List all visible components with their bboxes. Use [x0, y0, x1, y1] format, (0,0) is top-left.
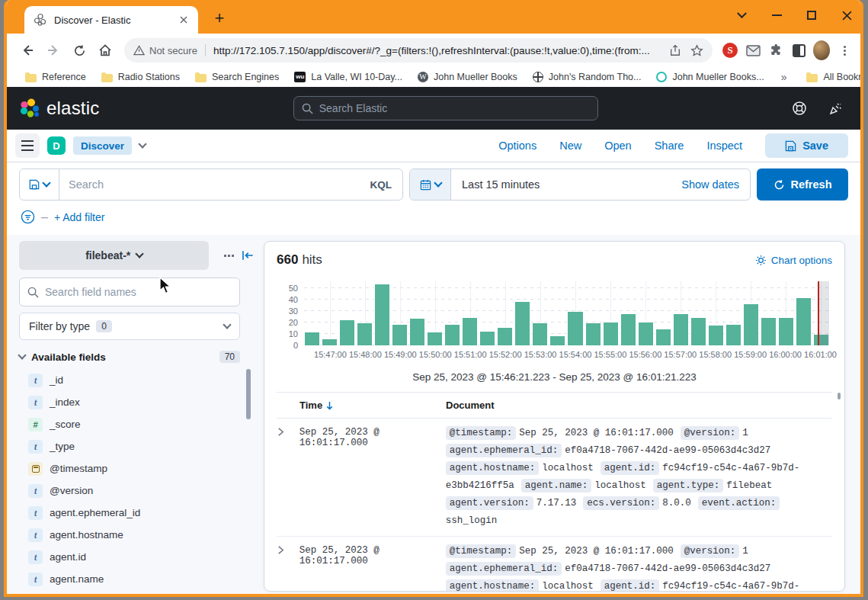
- add-filter-button[interactable]: + Add filter: [54, 211, 105, 223]
- date-picker[interactable]: Last 15 minutes Show dates: [409, 168, 751, 201]
- mail-extension-icon[interactable]: [745, 42, 761, 59]
- field-list-item[interactable]: t_type: [19, 435, 254, 457]
- bookmark-item[interactable]: John's Random Tho...: [525, 72, 649, 82]
- toolbar-link-new[interactable]: New: [559, 140, 581, 152]
- chart-bar[interactable]: [725, 324, 741, 345]
- bookmark-star-icon[interactable]: [690, 44, 703, 57]
- tab-search-icon[interactable]: [735, 9, 748, 21]
- bookmark-item[interactable]: Radio Stations: [94, 72, 187, 82]
- chart-bar[interactable]: [479, 331, 495, 345]
- chart-bar[interactable]: [532, 322, 548, 345]
- column-document[interactable]: Document: [446, 399, 832, 411]
- all-bookmarks-button[interactable]: All Bookmarks: [799, 72, 863, 82]
- forward-icon[interactable]: [43, 40, 63, 60]
- tab-close-icon[interactable]: [177, 13, 191, 27]
- chart-bar[interactable]: [339, 319, 355, 345]
- expand-row-button[interactable]: [277, 425, 299, 530]
- field-list-item[interactable]: tagent.id: [19, 546, 254, 568]
- toolbar-link-open[interactable]: Open: [604, 140, 631, 152]
- chart-bar[interactable]: [409, 318, 425, 345]
- sidebar-scrollbar[interactable]: [246, 369, 251, 419]
- bookmark-item[interactable]: Search Engines: [187, 72, 287, 82]
- chart-bar[interactable]: [444, 324, 460, 345]
- url-text[interactable]: http://172.105.7.150/app/discover#/?_g=(…: [213, 45, 663, 56]
- elastic-search-input[interactable]: Search Elastic: [293, 96, 598, 120]
- share-icon[interactable]: [669, 44, 681, 56]
- chart-bar[interactable]: [392, 324, 408, 345]
- chrome-menu-icon[interactable]: [836, 42, 853, 59]
- chart-plot-area[interactable]: 01020304050: [304, 281, 829, 345]
- help-icon[interactable]: [792, 101, 807, 116]
- chart-bar[interactable]: [357, 322, 373, 345]
- profile-avatar[interactable]: [813, 42, 830, 59]
- field-list-item[interactable]: #_score: [19, 413, 254, 435]
- expand-row-button[interactable]: [277, 543, 299, 592]
- chart-bar[interactable]: [673, 313, 689, 345]
- toolbar-link-options[interactable]: Options: [498, 140, 536, 152]
- chart-bar[interactable]: [374, 284, 390, 345]
- field-search-input[interactable]: Search field names: [19, 278, 240, 306]
- field-list-item[interactable]: t_index: [19, 391, 254, 413]
- chart-bar[interactable]: [638, 322, 654, 345]
- home-icon[interactable]: [95, 40, 115, 60]
- query-input[interactable]: Search KQL: [19, 168, 403, 201]
- elastic-brand[interactable]: elastic: [19, 98, 99, 119]
- query-language-button[interactable]: KQL: [360, 179, 403, 191]
- back-icon[interactable]: [18, 40, 37, 60]
- refresh-button[interactable]: Refresh: [757, 168, 848, 201]
- field-list-item[interactable]: tagent.hostname: [19, 524, 254, 546]
- save-button[interactable]: Save: [765, 133, 848, 158]
- chart-bar[interactable]: [796, 297, 812, 345]
- chart-bar[interactable]: [690, 317, 706, 345]
- show-dates-button[interactable]: Show dates: [671, 178, 750, 191]
- chart-bar[interactable]: [567, 311, 583, 345]
- menu-hamburger-icon[interactable]: [15, 133, 40, 158]
- chart-bar[interactable]: [427, 332, 443, 345]
- reload-icon[interactable]: [69, 40, 89, 60]
- time-range-value[interactable]: Last 15 minutes: [451, 178, 671, 191]
- filter-icon[interactable]: [21, 210, 35, 224]
- security-indicator[interactable]: Not secure: [133, 45, 197, 56]
- table-scrollbar[interactable]: [838, 393, 841, 399]
- chart-bar[interactable]: [778, 317, 794, 345]
- extensions-puzzle-icon[interactable]: [767, 42, 784, 59]
- field-list-item[interactable]: t@version: [19, 480, 254, 502]
- bookmark-item[interactable]: Reference: [18, 72, 94, 82]
- collapse-sidebar-icon[interactable]: [242, 250, 254, 261]
- toolbar-link-inspect[interactable]: Inspect: [706, 140, 742, 152]
- browser-tab[interactable]: Discover - Elastic: [24, 6, 198, 34]
- chart-bar[interactable]: [322, 339, 338, 345]
- available-fields-header[interactable]: Available fields 70: [19, 351, 240, 363]
- maximize-button[interactable]: [806, 9, 818, 21]
- field-list-item[interactable]: tagent.ephemeral_id: [19, 502, 254, 524]
- boxes-horizontal-icon[interactable]: [224, 255, 234, 257]
- bookmark-item[interactable]: wuLa Valle, WI 10-Day...: [287, 72, 410, 82]
- chart-bar[interactable]: [514, 301, 530, 345]
- chart-bar[interactable]: [304, 332, 320, 345]
- chart-bar[interactable]: [743, 303, 759, 345]
- chart-bar[interactable]: [549, 335, 565, 345]
- minimize-button[interactable]: [770, 9, 783, 21]
- chart-options-button[interactable]: Chart options: [755, 255, 832, 266]
- extension-s-icon[interactable]: S: [722, 42, 738, 59]
- field-list-item[interactable]: t_id: [19, 369, 254, 391]
- toolbar-link-share[interactable]: Share: [655, 140, 684, 152]
- field-list-item[interactable]: tagent.name: [19, 568, 254, 590]
- chart-bar[interactable]: [761, 317, 777, 345]
- filter-by-type-accordion[interactable]: Filter by type 0: [19, 313, 240, 340]
- close-button[interactable]: [841, 9, 853, 21]
- field-list-item[interactable]: @timestamp: [19, 457, 254, 480]
- new-tab-button[interactable]: +: [210, 9, 229, 29]
- chart-bar[interactable]: [708, 325, 724, 345]
- bookmark-item[interactable]: WJohn Mueller Books: [410, 72, 525, 82]
- chart-bar[interactable]: [462, 317, 478, 345]
- index-pattern-select[interactable]: filebeat-*: [19, 241, 209, 270]
- saved-query-menu-button[interactable]: [20, 169, 59, 200]
- chart-bar[interactable]: [603, 322, 619, 345]
- date-quick-menu-button[interactable]: [410, 169, 451, 200]
- chevron-down-icon[interactable]: [138, 140, 146, 148]
- chart-bar[interactable]: [497, 327, 513, 345]
- bookmark-item[interactable]: John Mueller Books...: [649, 72, 771, 82]
- space-badge[interactable]: D: [47, 136, 66, 155]
- chart-bar[interactable]: [585, 322, 601, 345]
